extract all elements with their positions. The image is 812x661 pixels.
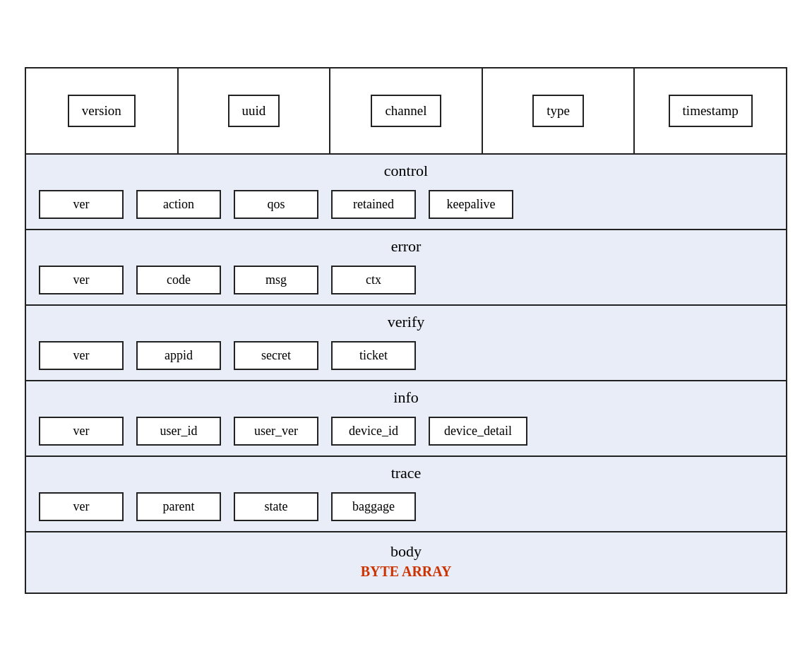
field-wrapper-error-ctx: ctx [331,266,416,294]
header-cell-type: type [483,69,635,153]
header-cell-version: version [26,69,179,153]
field-trace-baggage: baggage [331,492,416,521]
field-wrapper-verify-secret: secret [234,341,318,370]
field-wrapper-info-user_id: user_id [136,417,221,446]
field-wrapper-verify-ver: ver [39,341,124,370]
section-fields-control: veractionqosretainedkeepalive [26,183,786,229]
field-wrapper-error-msg: msg [234,266,318,294]
body-section: body BYTE ARRAY [26,532,786,592]
field-control-retained: retained [331,190,416,219]
field-wrapper-error-code: code [136,266,221,294]
field-wrapper-info-ver: ver [39,417,124,446]
section-control: controlveractionqosretainedkeepalive [26,155,786,230]
field-wrapper-control-qos: qos [234,190,318,219]
field-info-device_id: device_id [331,417,416,446]
field-wrapper-error-ver: ver [39,266,124,294]
field-wrapper-info-device_detail: device_detail [429,417,527,446]
field-control-keepalive: keepalive [429,190,513,219]
header-field-channel: channel [371,95,441,127]
section-fields-error: vercodemsgctx [26,258,786,304]
header-row: versionuuidchanneltypetimestamp [26,69,786,155]
section-info: infoveruser_iduser_verdevice_iddevice_de… [26,381,786,457]
field-trace-state: state [234,492,318,521]
section-title-verify: verify [26,306,786,334]
field-wrapper-verify-ticket: ticket [331,341,416,370]
field-verify-ticket: ticket [331,341,416,370]
field-wrapper-control-action: action [136,190,221,219]
field-trace-parent: parent [136,492,221,521]
header-field-version: version [68,95,136,127]
field-wrapper-control-retained: retained [331,190,416,219]
section-fields-trace: verparentstatebaggage [26,485,786,531]
header-field-timestamp: timestamp [669,95,753,127]
body-title: body [26,542,786,561]
field-wrapper-trace-ver: ver [39,492,124,521]
protocol-diagram: versionuuidchanneltypetimestamp controlv… [25,67,787,594]
field-wrapper-info-user_ver: user_ver [234,417,318,446]
field-control-ver: ver [39,190,124,219]
section-error: errorvercodemsgctx [26,230,786,306]
field-info-user_ver: user_ver [234,417,318,446]
field-verify-appid: appid [136,341,221,370]
section-verify: verifyverappidsecretticket [26,306,786,381]
field-info-device_detail: device_detail [429,417,527,446]
field-wrapper-trace-state: state [234,492,318,521]
field-error-ctx: ctx [331,266,416,294]
field-control-qos: qos [234,190,318,219]
field-wrapper-info-device_id: device_id [331,417,416,446]
section-fields-info: veruser_iduser_verdevice_iddevice_detail [26,410,786,455]
field-error-ver: ver [39,266,124,294]
field-verify-secret: secret [234,341,318,370]
field-wrapper-verify-appid: appid [136,341,221,370]
header-cell-uuid: uuid [179,69,331,153]
field-info-user_id: user_id [136,417,221,446]
header-field-uuid: uuid [228,95,280,127]
header-field-type: type [532,95,584,127]
field-info-ver: ver [39,417,124,446]
section-trace: traceverparentstatebaggage [26,457,786,532]
byte-array-label: BYTE ARRAY [26,564,786,580]
header-cell-timestamp: timestamp [635,69,786,153]
field-error-msg: msg [234,266,318,294]
section-fields-verify: verappidsecretticket [26,334,786,380]
section-title-trace: trace [26,457,786,485]
field-trace-ver: ver [39,492,124,521]
header-cell-channel: channel [330,69,483,153]
field-wrapper-trace-baggage: baggage [331,492,416,521]
section-title-error: error [26,230,786,258]
section-title-control: control [26,155,786,183]
field-wrapper-control-keepalive: keepalive [429,190,513,219]
field-control-action: action [136,190,221,219]
section-title-info: info [26,381,786,410]
field-error-code: code [136,266,221,294]
field-wrapper-trace-parent: parent [136,492,221,521]
field-wrapper-control-ver: ver [39,190,124,219]
field-verify-ver: ver [39,341,124,370]
